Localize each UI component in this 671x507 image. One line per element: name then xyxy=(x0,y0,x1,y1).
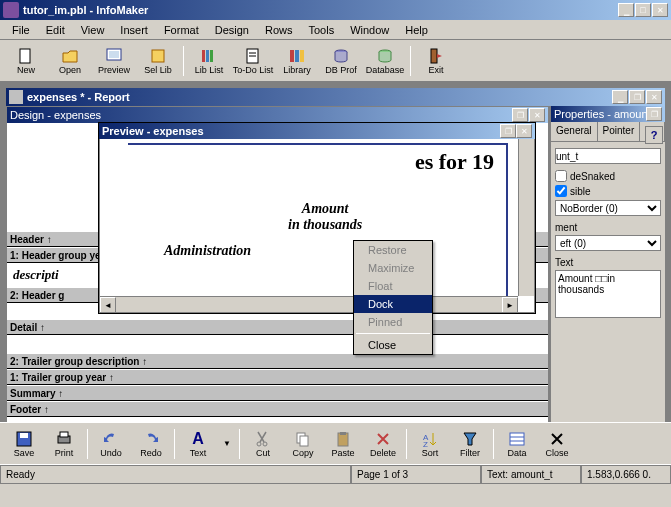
menu-tools[interactable]: Tools xyxy=(300,22,342,38)
close-tool-button[interactable]: Close xyxy=(537,425,577,463)
help-button[interactable]: ? xyxy=(645,126,663,144)
scroll-left-button[interactable]: ◄ xyxy=(100,297,116,313)
data-icon xyxy=(508,430,526,448)
copy-button[interactable]: Copy xyxy=(283,425,323,463)
dbprof-icon xyxy=(332,47,350,65)
preview-admin-label: Administration xyxy=(164,243,251,259)
report-titlebar[interactable]: expenses * - Report xyxy=(6,88,665,106)
preview-hscroll[interactable]: ◄ ► xyxy=(100,296,518,312)
ctx-separator xyxy=(356,333,430,334)
delete-button[interactable]: Delete xyxy=(363,425,403,463)
properties-restore-button[interactable] xyxy=(646,107,662,121)
ctx-close[interactable]: Close xyxy=(354,336,432,354)
svg-rect-28 xyxy=(510,433,524,445)
liblist-button[interactable]: Lib List xyxy=(187,42,231,80)
band-detail[interactable]: Detail ↑ xyxy=(7,319,548,335)
desnaked-checkbox[interactable] xyxy=(555,170,567,182)
report-close-button[interactable] xyxy=(646,90,662,104)
print-button[interactable]: Print xyxy=(44,425,84,463)
data-button[interactable]: Data xyxy=(497,425,537,463)
redo-button[interactable]: Redo xyxy=(131,425,171,463)
todo-icon xyxy=(244,47,262,65)
sible-row[interactable]: sible xyxy=(555,185,661,197)
text-tool-button[interactable]: AText xyxy=(178,425,218,463)
preview-vscroll[interactable] xyxy=(518,139,534,296)
tab-pointer[interactable]: Pointer xyxy=(598,122,641,141)
menu-design[interactable]: Design xyxy=(207,22,257,38)
scroll-right-button[interactable]: ► xyxy=(502,297,518,313)
menu-view[interactable]: View xyxy=(73,22,113,38)
text-field[interactable]: Amount □□in thousands xyxy=(555,270,661,318)
design-titlebar[interactable]: Design - expenses xyxy=(7,107,548,123)
database-button[interactable]: Database xyxy=(363,42,407,80)
ctx-restore[interactable]: Restore xyxy=(354,241,432,259)
menu-insert[interactable]: Insert xyxy=(112,22,156,38)
ctx-pinned[interactable]: Pinned xyxy=(354,313,432,331)
tool-dropdown[interactable]: ▼ xyxy=(218,425,236,463)
border-select[interactable]: NoBorder (0) xyxy=(555,200,661,216)
toolbar-top: New Open Preview Sel Lib Lib List To-Do … xyxy=(0,40,671,82)
menu-window[interactable]: Window xyxy=(342,22,397,38)
sort-button[interactable]: AZSort xyxy=(410,425,450,463)
band-trailer-group-1[interactable]: 1: Trailer group year ↑ xyxy=(7,369,548,385)
ctx-float[interactable]: Float xyxy=(354,277,432,295)
design-restore-button[interactable] xyxy=(512,108,528,122)
open-button[interactable]: Open xyxy=(48,42,92,80)
sible-label: sible xyxy=(570,186,591,197)
properties-pane: Properties - amoun General Pointer HT ? … xyxy=(549,106,665,424)
svg-rect-11 xyxy=(295,50,299,62)
ctx-maximize[interactable]: Maximize xyxy=(354,259,432,277)
menu-edit[interactable]: Edit xyxy=(38,22,73,38)
library-button[interactable]: Library xyxy=(275,42,319,80)
alignment-select[interactable]: eft (0) xyxy=(555,235,661,251)
properties-titlebar[interactable]: Properties - amoun xyxy=(551,106,665,122)
menu-rows[interactable]: Rows xyxy=(257,22,301,38)
svg-rect-23 xyxy=(300,436,308,446)
cut-icon xyxy=(254,430,272,448)
chevron-down-icon: ▼ xyxy=(223,439,231,448)
status-ready: Ready xyxy=(0,465,351,484)
save-button[interactable]: Save xyxy=(4,425,44,463)
report-title-text: expenses * - Report xyxy=(27,91,612,103)
ctx-dock[interactable]: Dock xyxy=(354,295,432,313)
svg-rect-6 xyxy=(210,50,213,62)
undo-button[interactable]: Undo xyxy=(91,425,131,463)
todo-button[interactable]: To-Do List xyxy=(231,42,275,80)
tab-general[interactable]: General xyxy=(551,122,598,141)
filter-icon xyxy=(461,430,479,448)
band-footer[interactable]: Footer ↑ xyxy=(7,401,548,417)
name-field[interactable] xyxy=(555,148,661,164)
sellib-button[interactable]: Sel Lib xyxy=(136,42,180,80)
preview-window: Preview - expenses es for 19 Amount in t… xyxy=(98,122,536,314)
filter-button[interactable]: Filter xyxy=(450,425,490,463)
close-button[interactable] xyxy=(652,3,668,17)
preview-amount-label: Amount in thousands xyxy=(288,201,362,233)
svg-text:Z: Z xyxy=(423,440,428,448)
menu-help[interactable]: Help xyxy=(397,22,436,38)
band-trailer-group-2[interactable]: 2: Trailer group description ↑ xyxy=(7,353,548,369)
preview-body[interactable]: es for 19 Amount in thousands Administra… xyxy=(99,139,535,313)
desnaked-row[interactable]: deSnaked xyxy=(555,170,661,182)
sible-checkbox[interactable] xyxy=(555,185,567,197)
menu-format[interactable]: Format xyxy=(156,22,207,38)
preview-close-button[interactable] xyxy=(516,124,532,138)
cut-button[interactable]: Cut xyxy=(243,425,283,463)
exit-button[interactable]: Exit xyxy=(414,42,458,80)
design-title-text: Design - expenses xyxy=(10,109,512,121)
report-minimize-button[interactable] xyxy=(612,90,628,104)
preview-titlebar[interactable]: Preview - expenses xyxy=(99,123,535,139)
minimize-button[interactable] xyxy=(618,3,634,17)
menu-file[interactable]: File xyxy=(4,22,38,38)
preview-heading: es for 19 xyxy=(415,149,494,175)
report-restore-button[interactable] xyxy=(629,90,645,104)
band-summary[interactable]: Summary ↑ xyxy=(7,385,548,401)
desnaked-label: deSnaked xyxy=(570,171,615,182)
preview-button[interactable]: Preview xyxy=(92,42,136,80)
maximize-button[interactable] xyxy=(635,3,651,17)
preview-restore-button[interactable] xyxy=(500,124,516,138)
status-coords: 1.583,0.666 0. xyxy=(581,465,671,484)
paste-button[interactable]: Paste xyxy=(323,425,363,463)
design-close-button[interactable] xyxy=(529,108,545,122)
dbprof-button[interactable]: DB Prof xyxy=(319,42,363,80)
new-button[interactable]: New xyxy=(4,42,48,80)
